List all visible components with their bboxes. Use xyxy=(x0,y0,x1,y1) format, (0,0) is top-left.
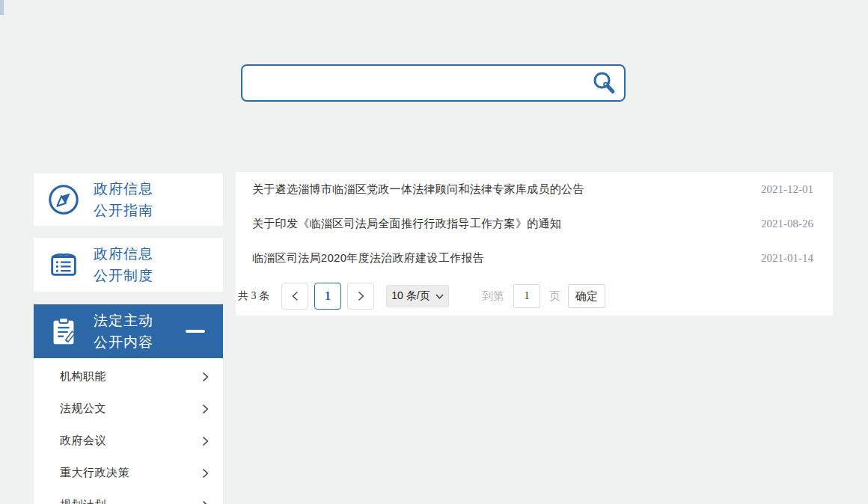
sidebar-submenu: 机构职能 法规公文 政府会议 重大行政决策 规划计划 xyxy=(34,358,223,504)
goto-suffix-label: 页 xyxy=(549,289,560,304)
article-link[interactable]: 临淄区司法局2020年度法治政府建设工作报告 xyxy=(252,251,484,265)
pagination-total: 共 3 条 xyxy=(238,289,269,303)
next-page-button[interactable] xyxy=(347,283,374,310)
submenu-label: 法规公文 xyxy=(60,402,106,416)
goto-prefix-label: 到第 xyxy=(482,289,504,304)
goto-page-input[interactable] xyxy=(513,284,540,308)
article-date: 2021-01-14 xyxy=(761,252,813,265)
chevron-right-icon xyxy=(202,468,209,479)
submenu-label: 政府会议 xyxy=(60,434,106,448)
article-link[interactable]: 关于遴选淄博市临淄区党政一体法律顾问和法律专家库成员的公告 xyxy=(252,182,584,197)
confirm-button[interactable]: 确定 xyxy=(568,284,605,308)
compass-icon xyxy=(46,182,81,217)
submenu-item-planning[interactable]: 规划计划 xyxy=(34,489,223,504)
chevron-right-icon xyxy=(202,436,209,446)
article-row[interactable]: 临淄区司法局2020年度法治政府建设工作报告 2021-01-14 xyxy=(236,241,833,275)
sidebar-item-statutory-disclosure[interactable]: 法定主动 公开内容 xyxy=(34,304,223,358)
search-input[interactable] xyxy=(242,66,591,100)
submenu-label: 规划计划 xyxy=(60,498,106,504)
minus-icon xyxy=(186,330,205,333)
content-panel: 关于遴选淄博市临淄区党政一体法律顾问和法律专家库成员的公告 2021-12-01… xyxy=(236,172,833,316)
clipboard-pencil-icon xyxy=(46,314,81,348)
prev-page-button[interactable] xyxy=(281,283,308,310)
chevron-left-icon xyxy=(292,291,299,301)
sidebar-item-label: 政府信息 公开制度 xyxy=(94,243,153,286)
submenu-label: 机构职能 xyxy=(60,369,106,384)
sidebar-item-guide[interactable]: 政府信息 公开指南 xyxy=(34,173,223,226)
chevron-right-icon xyxy=(202,372,209,382)
page-size-value: 10 条/页 xyxy=(391,289,430,303)
article-date: 2021-08-26 xyxy=(761,218,813,230)
article-row[interactable]: 关于印发《临淄区司法局全面推行行政指导工作方案》的通知 2021-08-26 xyxy=(236,206,833,241)
submenu-label: 重大行政决策 xyxy=(60,466,129,480)
submenu-item-regulations[interactable]: 法规公文 xyxy=(34,393,223,425)
page-size-select[interactable]: 10 条/页 xyxy=(386,285,449,307)
search-bar xyxy=(241,64,626,102)
submenu-item-gov-meetings[interactable]: 政府会议 xyxy=(34,425,223,457)
sidebar-item-system[interactable]: 政府信息 公开制度 xyxy=(34,238,223,292)
current-page-button[interactable]: 1 xyxy=(314,283,341,310)
chevron-right-icon xyxy=(358,291,364,301)
pagination: 共 3 条 1 10 条/页 到第 页 确定 xyxy=(236,283,833,310)
article-link[interactable]: 关于印发《临淄区司法局全面推行行政指导工作方案》的通知 xyxy=(252,217,561,231)
sidebar-item-label: 政府信息 公开指南 xyxy=(94,178,153,221)
search-icon xyxy=(591,70,617,96)
article-row[interactable]: 关于遴选淄博市临淄区党政一体法律顾问和法律专家库成员的公告 2021-12-01 xyxy=(236,172,833,206)
scrollbar-remnant xyxy=(0,0,4,15)
submenu-item-org-functions[interactable]: 机构职能 xyxy=(34,360,223,393)
sidebar: 政府信息 公开指南 政府信息 公开制度 xyxy=(34,173,223,504)
chevron-right-icon xyxy=(202,404,209,414)
document-list-icon xyxy=(46,248,81,282)
chevron-down-icon xyxy=(435,294,444,299)
submenu-item-major-decisions[interactable]: 重大行政决策 xyxy=(34,457,223,489)
chevron-right-icon xyxy=(202,500,209,504)
search-button[interactable] xyxy=(591,70,624,96)
article-date: 2021-12-01 xyxy=(761,183,813,196)
sidebar-item-label: 法定主动 公开内容 xyxy=(94,310,153,353)
